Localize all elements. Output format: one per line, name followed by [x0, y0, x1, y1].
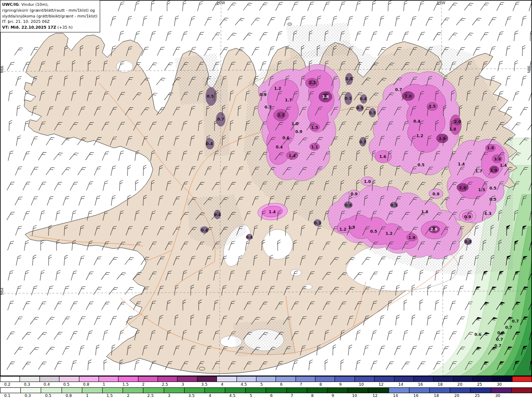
snow-scale-tick-label: 10	[359, 382, 364, 387]
snow-scale-segment	[217, 377, 236, 382]
snow-scale-tick-label: 7	[300, 382, 302, 387]
rain-scale-bar	[0, 387, 532, 393]
snow-scale-tick-label: 2	[142, 382, 145, 387]
rain-scale-segment	[123, 388, 143, 393]
snow-scale-bar	[0, 376, 532, 382]
rain-scale-segment	[368, 388, 389, 393]
rain-scale-segment	[143, 388, 164, 393]
snow-scale-segment	[374, 377, 394, 382]
snow-scale-tick-label: 14	[398, 382, 403, 387]
lat-label-right-upper: N66	[527, 66, 531, 73]
snow-scale-tick-label: 0.8	[83, 382, 89, 387]
snow-scale-tick-label: 25	[477, 382, 482, 387]
snow-scale-tick-label: 6	[280, 382, 283, 387]
snow-scale-tick-label: 0.4	[44, 382, 50, 387]
snow-scale-segment	[118, 377, 138, 382]
rain-scale-segment	[470, 388, 491, 393]
rain-scale-tick-label: 5	[250, 393, 252, 398]
vestmannaeyjar-island	[199, 367, 205, 370]
model-id: UWC/IG	[2, 2, 19, 7]
snow-scale-tick-label: 0.3	[24, 382, 30, 387]
snow-scale-tick-label: 1.5	[122, 382, 128, 387]
snow-scale-tick-label: 20	[457, 382, 462, 387]
title-line-1: UWC/IG: Vindur (10m),	[2, 2, 97, 7]
rain-scale-tick-label: 30	[495, 393, 500, 398]
rain-scale-segment	[409, 388, 430, 393]
snow-scale-segment	[158, 377, 177, 382]
rain-scale-segment	[430, 388, 450, 393]
title-line-1-rest: : Vindur (10m),	[19, 2, 49, 7]
grimsey-island	[288, 23, 292, 25]
snow-scale-segment	[296, 377, 315, 382]
snow-scale-tick-label: 18	[438, 382, 443, 387]
rain-scale-segment	[307, 388, 328, 393]
snow-scale-segment	[138, 377, 158, 382]
snow-scale-tick-label: 9	[339, 382, 342, 387]
snow-scale-tick-label: 3	[182, 382, 184, 387]
snow-scale-segment	[79, 377, 99, 382]
rain-scale-segment	[328, 388, 348, 393]
rain-scale-tick-label: 2	[127, 393, 129, 398]
rain-scale-tick-label: 6	[270, 393, 273, 398]
snow-scale-segment	[493, 377, 512, 382]
rain-scale-segment	[512, 388, 532, 393]
init-time-line: IT: þri. 21. 10. 2025 06Z	[2, 19, 97, 25]
snow-scale-tick-label: 4	[221, 382, 223, 387]
rain-scale-segment	[287, 388, 307, 393]
snow-scale-segment	[512, 377, 532, 382]
rain-scale-tick-label: 9	[332, 393, 334, 398]
snow-scale-segment	[0, 377, 20, 382]
snow-scale-segment	[433, 377, 453, 382]
rain-scale-segment	[82, 388, 103, 393]
rain-scale-tick-label: 20	[454, 393, 459, 398]
snow-scale-segment	[315, 377, 335, 382]
snow-scale-tick-label: 12	[379, 382, 384, 387]
rain-scale-segment	[348, 388, 368, 393]
lat-label-left-lower: N64	[0, 288, 4, 295]
title-line-2: rigning/skúrir (grænt/blátt/rautt - mm/1…	[2, 7, 97, 13]
snow-scale-segment	[197, 377, 217, 382]
snow-scale-segment	[256, 377, 276, 382]
rain-scale-segment	[266, 388, 286, 393]
rain-scale-tick-label: 18	[434, 393, 439, 398]
snow-scale-segment	[99, 377, 118, 382]
rain-scale-segment	[103, 388, 123, 393]
snow-scale-segment	[276, 377, 296, 382]
rain-scale-segment	[62, 388, 82, 393]
snow-scale-tick-label: 30	[497, 382, 502, 387]
snow-scale-tick-label: 5	[260, 382, 263, 387]
snow-scale-segment	[453, 377, 473, 382]
rain-scale-tick-label: 3.5	[188, 393, 195, 398]
rain-scale-tick-label: 2.5	[148, 393, 154, 398]
rain-scale-tick-label: 0.8	[66, 393, 72, 398]
rain-scale-tick-label: 10	[352, 393, 357, 398]
rain-scale-segment	[21, 388, 41, 393]
weather-map	[0, 0, 532, 376]
rain-scale-tick-label: 4.5	[229, 393, 236, 398]
snow-scale-tick-label: 8	[320, 382, 322, 387]
rain-scale-tick-label: 7	[291, 393, 293, 398]
rain-scale-tick-label: 1.5	[106, 393, 113, 398]
snow-scale-segment	[335, 377, 355, 382]
rain-scale-segment	[246, 388, 266, 393]
lon-label-15w: 15W	[437, 1, 445, 5]
rain-scale-tick-label: 8	[311, 393, 313, 398]
snow-scale-tick-label: 16	[418, 382, 423, 387]
snow-scale-segment	[20, 377, 39, 382]
rain-scale-segment	[164, 388, 185, 393]
rain-scale-tick-label: 12	[372, 393, 377, 398]
snow-scale-segment	[177, 377, 197, 382]
rain-scale-tick-label: 1	[86, 393, 89, 398]
snow-scale-tick-label: 2.5	[162, 382, 168, 387]
title-line-3: slydda/snjókoma (grátt/bleikt/grænt - mm…	[2, 13, 97, 19]
snow-scale-tick-label: 1	[103, 382, 105, 387]
rain-scale-segment	[389, 388, 409, 393]
rain-scale-tick-label: 25	[475, 393, 480, 398]
weather-map-stage: UWC/IG: Vindur (10m), rigning/skúrir (gr…	[0, 0, 532, 399]
snow-scale-segment	[473, 377, 493, 382]
snow-scale-tick-label: 4.5	[241, 382, 247, 387]
rain-scale-tick-labels: 0.10.30.50.811.522.533.544.5567891012141…	[0, 393, 532, 399]
rain-scale-segment	[450, 388, 470, 393]
rain-scale-segment	[0, 388, 21, 393]
rain-scale-tick-label: 16	[414, 393, 419, 398]
